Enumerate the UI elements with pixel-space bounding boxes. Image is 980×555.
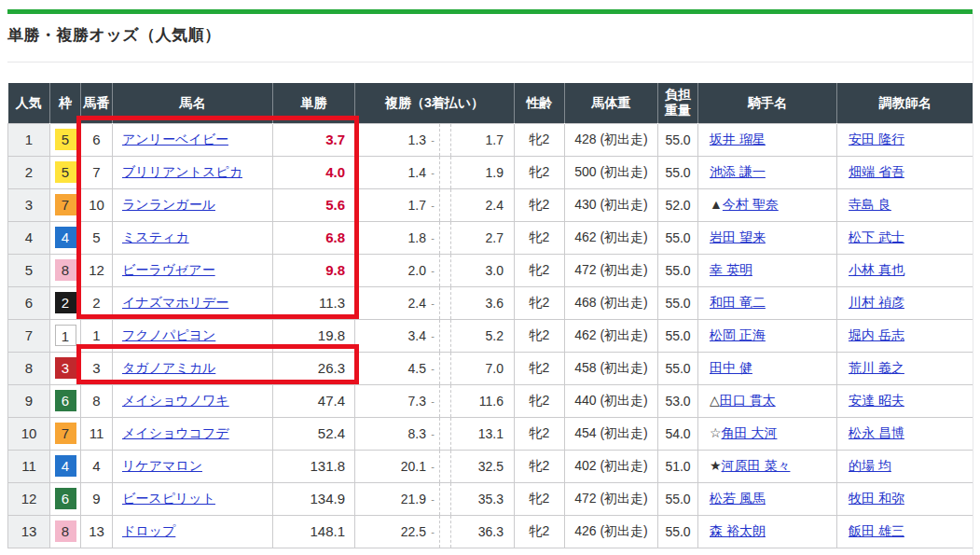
horse-name-link[interactable]: ビースピリット (122, 491, 215, 506)
horse-name-cell: タガノアミカル (113, 352, 273, 384)
horse-name-link[interactable]: ブリリアントスピカ (122, 164, 242, 179)
jockey-cell: 松岡 正海 (698, 319, 837, 352)
jockey-link[interactable]: 幸 英明 (710, 262, 752, 277)
trainer-link[interactable]: 松永 昌博 (849, 425, 904, 440)
place-odds-wrap: 7.3 - 11.6 (355, 385, 514, 417)
jockey-link[interactable]: 松若 風馬 (710, 491, 766, 506)
horse-name-link[interactable]: ランランガール (122, 197, 215, 212)
frame-cell: 6 (50, 482, 81, 515)
col-header-jockey: 騎手名 (698, 83, 837, 123)
table-row: 7 1 1 フクノパピヨン 19.8 3.4 - 5.2 牝2 462 (初出走… (8, 319, 973, 352)
trainer-cell: 飯田 雄三 (837, 515, 973, 548)
sex-age-cell: 牝2 (515, 286, 565, 319)
jockey-link[interactable]: 森 裕太朗 (710, 523, 766, 538)
popularity-cell: 12 (8, 482, 50, 515)
sex-age-cell: 牝2 (515, 515, 565, 548)
jockey-link[interactable]: 田口 貫太 (720, 393, 776, 408)
horse-name-cell: ランランガール (113, 188, 273, 221)
title-divider (7, 62, 973, 62)
horse-name-cell: アンリーベイビー (113, 123, 273, 156)
col-header-place-odds: 複勝（3着払い） (355, 83, 515, 123)
horse-name-link[interactable]: イナズマホリデー (122, 295, 228, 310)
trainer-link[interactable]: 安達 昭夫 (849, 393, 904, 408)
table-row: 3 7 10 ランランガール 5.6 1.7 - 2.4 牝2 430 (初出走… (8, 188, 973, 221)
horse-name-link[interactable]: メイショウノワキ (122, 393, 229, 408)
place-odds-cell: 4.5 - 7.0 (355, 352, 515, 384)
table-row: 9 6 8 メイショウノワキ 47.4 7.3 - 11.6 牝2 440 (初… (8, 384, 973, 417)
place-odds-separator (439, 516, 451, 548)
col-header-load-weight: 負担重量 (658, 83, 698, 123)
place-odds-wrap: 1.3 - 1.7 (355, 124, 514, 156)
jockey-link[interactable]: 角田 大河 (722, 425, 778, 440)
trainer-link[interactable]: 川村 禎彦 (849, 295, 904, 310)
place-odds-min: 20.1 (355, 459, 426, 474)
place-odds-max: 35.3 (451, 492, 514, 506)
col-header-trainer: 調教師名 (837, 83, 973, 123)
apprentice-mark: ★ (710, 458, 722, 473)
horse-name-cell: ビーラヴゼアー (113, 254, 273, 286)
jockey-link[interactable]: 松岡 正海 (710, 327, 766, 342)
trainer-link[interactable]: 畑端 省吾 (849, 164, 904, 179)
trainer-link[interactable]: 飯田 雄三 (849, 523, 904, 538)
place-odds-wrap: 8.3 - 13.1 (355, 418, 514, 450)
place-odds-wrap: 1.4 - 1.9 (355, 157, 514, 188)
place-odds-cell: 2.4 - 3.6 (355, 286, 515, 319)
horse-name-link[interactable]: リケアマロン (122, 458, 202, 473)
win-odds-cell: 131.8 (273, 450, 355, 482)
jockey-link[interactable]: 岩田 望来 (710, 229, 766, 244)
load-weight-cell: 55.0 (658, 482, 698, 515)
load-weight-cell: 55.0 (658, 286, 698, 319)
place-odds-dash: - (426, 298, 439, 309)
place-odds-min: 1.8 (355, 230, 426, 245)
trainer-link[interactable]: 寺島 良 (849, 197, 891, 212)
trainer-cell: 安達 昭夫 (837, 384, 973, 417)
jockey-link[interactable]: 池添 謙一 (710, 164, 766, 179)
load-weight-cell: 51.0 (658, 450, 698, 482)
trainer-cell: 牧田 和弥 (837, 482, 973, 515)
horse-name-cell: ドロップ (113, 515, 273, 548)
trainer-link[interactable]: 牧田 和弥 (849, 491, 904, 506)
horse-number-cell: 11 (81, 417, 113, 450)
win-odds-cell: 134.9 (273, 482, 355, 515)
jockey-cell: 幸 英明 (698, 254, 837, 286)
trainer-link[interactable]: 小林 真也 (849, 262, 904, 277)
horse-name-link[interactable]: アンリーベイビー (122, 132, 228, 146)
jockey-link[interactable]: 和田 竜二 (710, 295, 766, 310)
trainer-link[interactable]: 安田 隆行 (849, 132, 904, 146)
horse-name-link[interactable]: ミスティカ (122, 229, 189, 244)
horse-name-link[interactable]: フクノパピヨン (122, 327, 215, 342)
trainer-link[interactable]: 松下 武士 (849, 229, 904, 244)
trainer-link[interactable]: 荒川 義之 (849, 360, 904, 375)
place-odds-dash: - (426, 461, 439, 472)
place-odds-separator (439, 451, 451, 482)
sex-age-cell: 牝2 (515, 221, 565, 254)
trainer-cell: 松永 昌博 (837, 417, 973, 450)
table-row: 2 5 7 ブリリアントスピカ 4.0 1.4 - 1.9 牝2 500 (初出… (8, 156, 973, 188)
horse-number-cell: 12 (81, 254, 113, 286)
load-weight-cell: 55.0 (658, 221, 698, 254)
load-weight-cell: 55.0 (658, 515, 698, 548)
horse-name-link[interactable]: ビーラヴゼアー (122, 262, 215, 277)
load-weight-cell: 55.0 (658, 319, 698, 352)
horse-name-link[interactable]: ドロップ (122, 523, 175, 538)
trainer-link[interactable]: 堀内 岳志 (849, 327, 904, 342)
win-odds-cell: 5.6 (273, 188, 355, 221)
trainer-link[interactable]: 的場 均 (849, 458, 891, 473)
popularity-cell: 9 (8, 384, 50, 417)
frame-badge: 8 (55, 520, 76, 542)
frame-badge: 3 (55, 357, 76, 379)
place-odds-cell: 22.5 - 36.3 (355, 515, 515, 548)
jockey-link[interactable]: 坂井 瑠星 (710, 132, 766, 146)
place-odds-min: 21.9 (355, 492, 426, 506)
popularity-cell: 3 (8, 188, 50, 221)
jockey-link[interactable]: 河原田 菜々 (722, 458, 791, 473)
horse-name-link[interactable]: メイショウコフデ (122, 425, 229, 440)
frame-cell: 6 (50, 384, 81, 417)
place-odds-separator (439, 222, 451, 254)
horse-number-cell: 8 (81, 384, 113, 417)
horse-name-link[interactable]: タガノアミカル (122, 360, 215, 375)
jockey-link[interactable]: 田中 健 (710, 360, 752, 375)
jockey-link[interactable]: 今村 聖奈 (723, 197, 779, 212)
trainer-cell: 小林 真也 (837, 254, 973, 286)
trainer-cell: 寺島 良 (837, 188, 973, 221)
